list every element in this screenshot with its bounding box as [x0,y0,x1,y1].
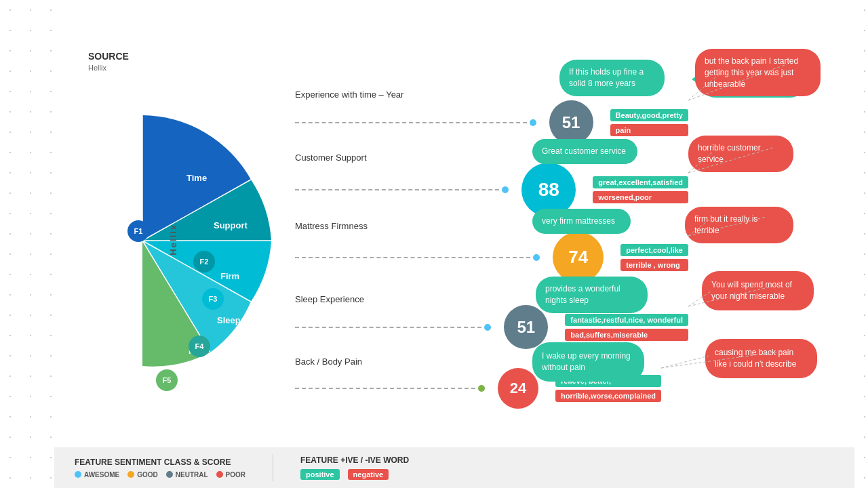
legend-neutral: NEUTRAL [166,471,208,479]
label-time: Time [186,173,207,183]
legend-poor: POOR [216,471,245,479]
legend-awesome: AWESOME [75,471,119,479]
legend-dot-awesome [75,471,81,478]
negative-tag-4: bad,suffers,miserable [565,329,688,341]
negative-tag-1: pain [610,124,688,136]
bubble-time-pos: If this holds up fine a solid 8 more yea… [559,60,665,96]
dotted-line-2 [295,189,499,190]
helix-label: Hellix [168,224,178,256]
dot-2 [502,186,509,193]
dot-5 [478,385,485,392]
label-sleep: Sleep [217,315,241,325]
dot-1 [530,119,536,126]
negative-tag-2: worsened,poor [593,191,688,203]
legend-positive-tag: positive [300,469,340,480]
legend-title-2: FEATURE +IVE / -IVE WORD [300,455,409,465]
negative-tag-3: terrible , wrong [620,259,688,271]
feature-name-1: Experience with time – Year [295,89,403,100]
bubble-pain-neg: causing me back pain like i could n't de… [705,339,817,378]
feature-name-3: Mattress Firmness [295,221,368,231]
legend-section-1: FEATURE SENTIMENT CLASS & SCORE AWESOME … [75,458,245,479]
node-f4: F4 [189,336,210,357]
tags-1: Beauty,good,pretty pain [610,109,688,136]
feature-name-4: Sleep Experience [295,294,364,304]
legend-items-1: AWESOME GOOD NEUTRAL POOR [75,471,245,479]
positive-tag-2: great,excellent,satisfied [593,176,688,188]
feature-row-1: 51 Beauty,good,pretty pain [295,100,688,144]
positive-tag-3: perfect,cool,like [620,244,688,256]
feature-row-3: 74 perfect,cool,like terrible , wrong [295,232,688,283]
legend-divider [273,454,273,481]
source-title: SOURCE [88,51,129,62]
fan-container: Time Support Firm Sleep Pain F1 F2 F3 F4… [88,75,305,400]
tags-4: fantastic,restful,nice, wonderful bad,su… [565,314,688,341]
bubble-firm-neg: firm but it really is terrible [685,207,793,243]
dot-4 [484,324,491,331]
legend-dot-good [127,471,134,478]
svg-line-8 [661,356,709,368]
legend-section-2: FEATURE +IVE / -IVE WORD positive negati… [300,455,409,480]
positive-tag-1: Beauty,good,pretty [610,109,688,121]
bubble-pain-pos: I wake up every morning without pain [532,342,644,382]
legend-good: GOOD [127,471,158,479]
feature-name-5: Back / Body Pain [295,357,362,367]
main-container: SOURCE Hellix Time Support Firm [54,0,854,488]
node-f3: F3 [202,288,224,310]
node-f5: F5 [156,369,178,391]
positive-tag-4: fantastic,restful,nice, wonderful [565,314,688,326]
legend-items-2: positive negative [300,469,409,480]
score-circle-1: 51 [549,100,593,144]
node-f1: F1 [127,220,149,242]
source-label: SOURCE Hellix [88,51,129,73]
legend-negative-tag: negative [348,469,389,480]
dotted-line-5 [295,388,475,389]
bubble-time-neg: but the back pain I started getting this… [695,49,821,96]
label-support: Support [214,220,248,230]
tags-3: perfect,cool,like terrible , wrong [620,244,688,271]
label-firm: Firm [220,271,239,281]
bubble-support-pos: Great customer service [532,139,637,164]
fan-svg [88,75,298,407]
bubble-support-neg: horrible customer service [688,136,793,172]
source-subtitle: Hellix [88,64,106,72]
feature-name-2: Customer Support [295,152,367,163]
dotted-line-4 [295,327,481,328]
node-f2: F2 [193,251,215,272]
bubble-sleep-neg: You will spend most of your night misera… [702,271,814,310]
legend-title-1: FEATURE SENTIMENT CLASS & SCORE [75,458,245,467]
dot-3 [533,254,540,261]
bubble-firm-pos: very firm mattresses [532,209,631,234]
legend-dot-poor [216,471,223,478]
score-circle-3: 74 [553,232,604,283]
dotted-line-1 [295,122,527,123]
legend-bar: FEATURE SENTIMENT CLASS & SCORE AWESOME … [54,447,854,488]
bubble-sleep-pos: provides a wonderful nights sleep [536,277,648,313]
dotted-line-3 [295,257,530,258]
tags-2: great,excellent,satisfied worsened,poor [593,176,688,203]
negative-tag-5: horrible,worse,complained [555,390,661,402]
legend-dot-neutral [166,471,173,478]
